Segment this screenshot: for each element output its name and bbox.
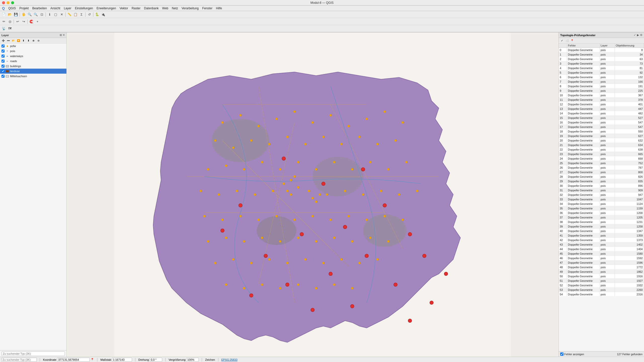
table-row[interactable]: 51Doppelte Geometriepois1927 <box>559 279 644 283</box>
layer-filter-btn[interactable]: 🔽 <box>16 38 21 43</box>
table-row[interactable]: 17Doppelte Geometriepois547 <box>559 125 644 129</box>
table-row[interactable]: 34Doppelte Geometriepois1124 <box>559 202 644 206</box>
topo-check-icon[interactable]: ✓ <box>634 33 636 37</box>
atlas-btn[interactable]: 🗺 <box>7 26 13 31</box>
layer-remove-btn[interactable]: ➖ <box>6 38 11 43</box>
table-row[interactable]: 11Doppelte Geometriepois378 <box>559 98 644 102</box>
layer-collapse-btn[interactable]: ⊖ <box>36 38 41 43</box>
field-calc-btn[interactable]: Σ <box>79 12 84 17</box>
table-row[interactable]: 3Doppelte Geometriepois73 <box>559 61 644 66</box>
table-row[interactable]: 0Doppelte Geometriepois8 <box>559 48 644 52</box>
undo-btn[interactable]: ↩ <box>15 19 20 24</box>
layer-item-pofw[interactable]: ●pofw <box>0 43 66 49</box>
menu-item-hilfe[interactable]: Hilfe <box>216 7 222 10</box>
table-row[interactable]: 49Doppelte Geometriepois1862 <box>559 269 644 274</box>
zoom-out-btn[interactable]: 🔍 <box>33 12 38 17</box>
snap-btn[interactable]: 🧲 <box>29 19 34 24</box>
table-row[interactable]: 38Doppelte Geometriepois1231 <box>559 220 644 224</box>
map-canvas[interactable] <box>67 32 558 357</box>
maximize-button[interactable] <box>11 1 14 4</box>
table-row[interactable]: 47Doppelte Geometriepois1596 <box>559 260 644 265</box>
layer-search-input[interactable] <box>2 351 65 356</box>
table-row[interactable]: 45Doppelte Geometriepois1580 <box>559 251 644 256</box>
table-row[interactable]: 41Doppelte Geometriepois1359 <box>559 233 644 238</box>
layer-item-landuse[interactable]: landuse <box>0 69 66 74</box>
layer-checkbox-roads[interactable] <box>2 60 5 63</box>
menu-item-netz[interactable]: Netz <box>172 7 178 10</box>
menu-item-datenbank[interactable]: Datenbank <box>144 7 159 10</box>
table-row[interactable]: 30Doppelte Geometriepois896 <box>559 184 644 188</box>
table-row[interactable]: 21Doppelte Geometriepois634 <box>559 143 644 147</box>
table-row[interactable]: 36Doppelte Geometriepois1200 <box>559 211 644 215</box>
menu-item-verarbeitung[interactable]: Verarbeitung <box>182 7 199 10</box>
menu-item-fenster[interactable]: Fenster <box>202 7 213 10</box>
select-btn[interactable]: ▢ <box>53 12 58 17</box>
layer-down-btn[interactable]: ⬇ <box>26 38 31 43</box>
table-row[interactable]: 37Doppelte Geometriepois1205 <box>559 215 644 220</box>
gps-btn[interactable]: 📡 <box>1 26 7 31</box>
layer-expand-btn[interactable]: ⊕ <box>31 38 36 43</box>
table-row[interactable]: 14Doppelte Geometriepois482 <box>559 111 644 116</box>
table-row[interactable]: 1Doppelte Geometriepois34 <box>559 52 644 57</box>
minimize-button[interactable] <box>7 1 10 4</box>
layer-item-buildings[interactable]: buildings <box>0 64 66 69</box>
menu-item-layer[interactable]: Layer <box>64 7 71 10</box>
zoom-full-btn[interactable]: ⊡ <box>39 12 45 17</box>
table-row[interactable]: 24Doppelte Geometriepois668 <box>559 156 644 161</box>
layer-checkbox-buildings[interactable] <box>2 65 5 68</box>
layer-checkbox-landuse[interactable] <box>2 70 5 73</box>
table-row[interactable]: 33Doppelte Geometriepois1047 <box>559 197 644 202</box>
plugin-btn[interactable]: 🔌 <box>100 12 106 17</box>
table-row[interactable]: 23Doppelte Geometriepois665 <box>559 152 644 156</box>
magnification-input[interactable] <box>186 358 199 362</box>
menu-item-vektor[interactable]: Vektor <box>119 7 128 10</box>
layer-checkbox-mittelsachsen[interactable] <box>2 75 5 78</box>
table-row[interactable]: 22Doppelte Geometriepois638 <box>559 147 644 152</box>
table-row[interactable]: 20Doppelte Geometriepois632 <box>559 138 644 143</box>
topo-show-errors-checkbox[interactable] <box>560 352 564 356</box>
table-row[interactable]: 52Doppelte Geometriepois1932 <box>559 283 644 288</box>
layer-checkbox-pois[interactable] <box>2 50 5 53</box>
table-row[interactable]: 42Doppelte Geometriepois1373 <box>559 238 644 242</box>
save-project-btn[interactable]: 💾 <box>13 12 19 17</box>
node-btn[interactable]: ◎ <box>7 19 13 24</box>
table-row[interactable]: 40Doppelte Geometriepois1347 <box>559 229 644 233</box>
python-btn[interactable]: 🐍 <box>94 12 100 17</box>
attribute-table-btn[interactable]: 📋 <box>73 12 78 17</box>
table-row[interactable]: 7Doppelte Geometriepois166 <box>559 79 644 84</box>
coordinate-input[interactable] <box>57 358 90 362</box>
menu-item-qgis[interactable]: QGIS <box>8 7 16 10</box>
feature-search-input[interactable] <box>2 358 37 362</box>
table-row[interactable]: 2Doppelte Geometriepois63 <box>559 57 644 61</box>
layer-header-icon-2[interactable]: ✕ <box>63 33 65 37</box>
table-row[interactable]: 15Doppelte Geometriepois527 <box>559 116 644 120</box>
digitize-btn[interactable]: + <box>35 19 40 24</box>
measure-btn[interactable]: 📏 <box>67 12 72 17</box>
menu-item-einstellungen[interactable]: Einstellungen <box>75 7 93 10</box>
topo-btn-1[interactable]: ✓ <box>560 38 564 43</box>
zoom-in-btn[interactable]: 🔍 <box>27 12 32 17</box>
pan-btn[interactable]: 🖐 <box>21 12 26 17</box>
table-row[interactable]: 18Doppelte Geometriepois550 <box>559 129 644 134</box>
redo-btn[interactable]: ↪ <box>21 19 26 24</box>
open-project-btn[interactable]: 📂 <box>7 12 13 17</box>
menu-item-erweiterungen[interactable]: Erweiterungen <box>97 7 116 10</box>
table-row[interactable]: 4Doppelte Geometriepois81 <box>559 66 644 70</box>
layer-checkbox-waterways[interactable] <box>2 55 5 58</box>
table-row[interactable]: 13Doppelte Geometriepois447 <box>559 107 644 111</box>
table-row[interactable]: 6Doppelte Geometriepois132 <box>559 75 644 79</box>
table-row[interactable]: 29Doppelte Geometriepois835 <box>559 179 644 184</box>
menu-item-raster[interactable]: Raster <box>132 7 140 10</box>
table-row[interactable]: 48Doppelte Geometriepois1772 <box>559 265 644 269</box>
identify-btn[interactable]: ℹ <box>47 12 52 17</box>
table-row[interactable]: 12Doppelte Geometriepois401 <box>559 102 644 107</box>
topo-show-errors-label[interactable]: Fehler anzeigen <box>560 352 584 356</box>
topo-btn-3[interactable]: 📍 <box>570 38 574 43</box>
menu-item-web[interactable]: Web <box>162 7 168 10</box>
layer-item-pois[interactable]: +pois <box>0 49 66 54</box>
layer-item-roads[interactable]: ━roads <box>0 59 66 64</box>
menu-item-projekt[interactable]: Projekt <box>19 7 29 10</box>
table-row[interactable]: 26Doppelte Geometriepois787 <box>559 165 644 170</box>
table-row[interactable]: 16Doppelte Geometriepois547 <box>559 120 644 125</box>
layer-header-icon-1[interactable]: ⊞ <box>60 33 62 37</box>
